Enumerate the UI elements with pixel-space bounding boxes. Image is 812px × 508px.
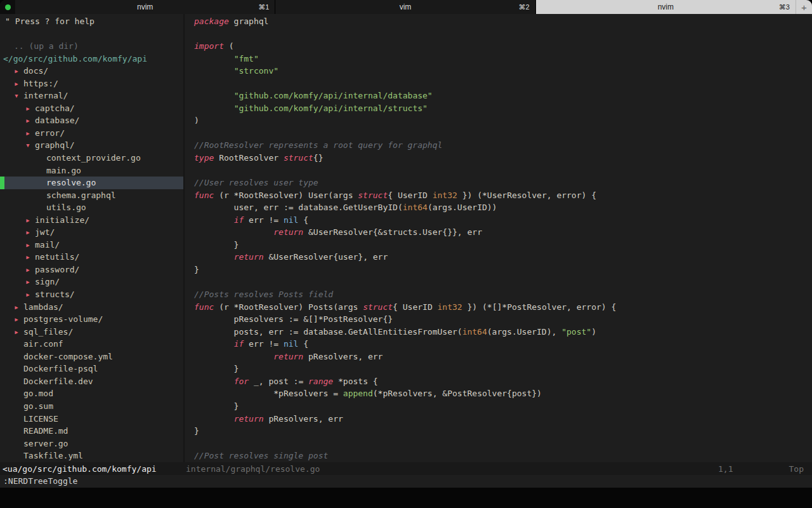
tree-item-label: structs/ [35,290,75,299]
chevron-right-icon[interactable]: ▸ [25,226,35,239]
tree-arrow-spacer [14,450,23,462]
tree-item[interactable]: ▸database/ [0,114,183,127]
code-line: if err != nil { [194,214,812,227]
tree-item[interactable]: air.conf [0,338,183,351]
chevron-right-icon[interactable]: ▸ [14,313,23,326]
tree-item-label: server.go [23,439,68,448]
command-line[interactable]: :NERDTreeToggle [0,475,812,488]
tree-item[interactable]: go.mod [0,387,183,400]
tree-item[interactable]: context_provider.go [0,152,183,164]
tree-item[interactable]: ▸mail/ [0,239,183,251]
tree-item[interactable]: utils.go [0,201,183,214]
chevron-right-icon[interactable]: ▸ [14,301,23,314]
tree-item-selected[interactable]: resolve.go [0,177,183,189]
tree-item[interactable]: ▸docs/ [0,65,183,77]
chevron-right-icon[interactable]: ▸ [25,288,35,301]
chevron-right-icon[interactable]: ▸ [25,102,35,115]
tree-item-label: password/ [35,265,79,274]
tree-item-label: database/ [35,116,79,125]
tab-nvim-1[interactable]: nvim ⌘1 [15,0,275,14]
tree-arrow-spacer [14,413,23,425]
chevron-right-icon[interactable]: ▸ [25,239,35,251]
tree-item-label: postgres-volume/ [23,314,103,324]
tree-item[interactable]: Taskfile.yml [0,450,183,462]
code-line: posts, err := database.GetAllEntitiesFro… [194,326,812,338]
tree-item[interactable]: ▾graphql/ [0,139,183,152]
tree-item[interactable]: schema.graphql [0,189,183,202]
tree-item[interactable]: ▸captcha/ [0,102,183,115]
code-line: return pResolvers, err [194,413,812,425]
tree-item-label: schema.graphql [46,190,116,200]
tree-item[interactable]: go.sum [0,400,183,413]
tab-shortcut: ⌘3 [779,3,790,11]
new-tab-button[interactable]: + [796,0,812,14]
cursor-position: 1,1 [718,464,733,474]
tree-item-label: error/ [35,128,65,138]
chevron-right-icon[interactable]: ▸ [14,65,23,77]
traffic-light-area [0,0,15,14]
code-line [194,276,812,288]
tab-label: nvim [137,3,153,11]
tree-item[interactable]: Dockerfile.dev [0,375,183,388]
tree-item[interactable]: ▸netutils/ [0,251,183,264]
tree-item[interactable]: main.go [0,164,183,177]
terminal-window: nvim ⌘1 vim ⌘2 nvim ⌘3 + " Press ? for h… [0,0,812,488]
tab-vim-2[interactable]: vim ⌘2 [275,0,535,14]
code-line: func (r *RootResolver) Posts(args struct… [194,301,812,314]
tree-item-label: Taskfile.yml [23,451,83,460]
tree-arrow-spacer [37,189,46,202]
tab-label: vim [400,3,412,11]
code-line: "strconv" [194,65,812,77]
tree-item-label: go.mod [23,389,53,398]
chevron-right-icon[interactable]: ▸ [25,251,35,264]
nerdtree-root-path[interactable]: </go/src/github.com/komfy/api [0,53,183,65]
file-tree: ▸docs/▸https:/▾internal/▸captcha/▸databa… [0,65,183,462]
tree-item[interactable]: README.md [0,425,183,438]
tree-item[interactable]: ▸postgres-volume/ [0,313,183,326]
tree-item[interactable]: ▸jwt/ [0,226,183,239]
tree-item-label: Dockerfile-psql [23,364,98,373]
tree-item-label: docker-compose.yml [23,352,113,361]
code-line: //User resolves user type [194,177,812,189]
chevron-down-icon[interactable]: ▾ [14,90,23,102]
chevron-right-icon[interactable]: ▸ [14,77,23,90]
tree-arrow-spacer [14,338,23,351]
tree-item-label: docs/ [23,66,48,76]
tree-item[interactable]: LICENSE [0,413,183,425]
selection-indicator [0,177,4,189]
nerdtree-up-dir[interactable]: .. (up a dir) [0,40,183,53]
tree-item[interactable]: docker-compose.yml [0,351,183,363]
chevron-right-icon[interactable]: ▸ [14,326,23,338]
tree-item[interactable]: server.go [0,438,183,450]
tree-item-label: sign/ [35,277,60,286]
tree-item-label: go.sum [23,401,53,411]
code-line: import ( [194,40,812,53]
chevron-right-icon[interactable]: ▸ [25,264,35,276]
tree-item-label: https:/ [23,79,58,88]
editor-split: " Press ? for help .. (up a dir) </go/sr… [0,14,812,462]
code-line: pResolvers := &[]*PostResolver{} [194,313,812,326]
tree-item[interactable]: Dockerfile-psql [0,363,183,375]
chevron-right-icon[interactable]: ▸ [25,214,35,227]
tree-item[interactable]: ▸lambdas/ [0,301,183,314]
tree-arrow-spacer [37,201,46,214]
chevron-right-icon[interactable]: ▸ [25,114,35,127]
tree-item[interactable]: ▸structs/ [0,288,183,301]
code-editor[interactable]: package graphql import ( "fmt" "strconv"… [185,14,812,462]
tree-item[interactable]: ▸https:/ [0,77,183,90]
chevron-right-icon[interactable]: ▸ [25,127,35,140]
tab-nvim-3[interactable]: nvim ⌘3 [535,0,796,14]
tree-item[interactable]: ▸sign/ [0,276,183,288]
tree-item[interactable]: ▸error/ [0,127,183,140]
code-line: func (r *RootResolver) User(args struct{… [194,189,812,202]
tree-item[interactable]: ▸sql_files/ [0,326,183,338]
tree-item[interactable]: ▸password/ [0,264,183,276]
chevron-down-icon[interactable]: ▾ [25,139,35,152]
tree-arrow-spacer [14,387,23,400]
chevron-right-icon[interactable]: ▸ [25,276,35,288]
green-status-dot [5,4,11,10]
tree-item-label: netutils/ [35,252,79,262]
tree-item[interactable]: ▾internal/ [0,90,183,102]
tree-item[interactable]: ▸initialize/ [0,214,183,227]
scroll-position: Top [789,464,804,474]
